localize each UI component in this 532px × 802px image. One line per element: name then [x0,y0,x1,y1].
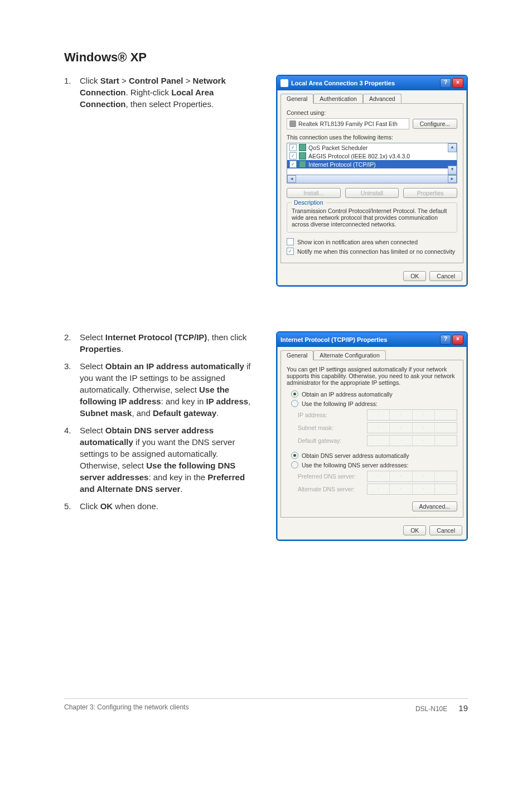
use-ip-label: Use the following IP address: [302,400,378,407]
step-num: 2. [64,331,80,355]
protocol-icon [299,161,306,168]
heading-text: Windows® XP [64,50,147,64]
items-listbox[interactable]: ✓QoS Packet Scheduler ✓AEGIS Protocol (I… [287,143,457,175]
page-footer: Chapter 3: Configuring the network clien… [64,698,468,713]
tab-body: Connect using: Realtek RTL8139 Family PC… [280,103,463,263]
checkbox-show-icon[interactable]: ✓ [287,238,294,245]
dialog-footer: OK Cancel [277,521,467,540]
step-text: Select Internet Protocol (TCP/IP), then … [80,331,259,355]
protocol-icon [299,152,306,160]
description-legend: Description [292,199,326,206]
tab-advanced[interactable]: Advanced [363,94,402,103]
window-title: Internet Protocol (TCP/IP) Properties [280,336,387,343]
step-5: 5. Click OK when done. [64,500,259,512]
titlebar: Local Area Connection 3 Properties ? × [277,76,467,90]
page-title: Windows® XP [64,50,468,65]
footer-model: DSL-N10E [415,705,447,713]
dialog-footer: OK Cancel [277,267,467,286]
help-button[interactable]: ? [440,78,451,88]
scroll-up-icon[interactable]: ▲ [448,143,457,152]
footer-right: DSL-N10E 19 [415,703,468,713]
obtain-dns-label: Obtain DNS server address automatically [302,452,409,459]
ip-address-row: IP address: ... [298,409,457,421]
description-text: Transmission Control Protocol/Internet P… [292,207,452,228]
radio-use-ip[interactable] [291,400,298,407]
tab-general[interactable]: General [280,350,313,360]
radio-use-dns[interactable] [291,461,298,468]
tab-general[interactable]: General [280,94,313,104]
uninstall-button[interactable]: Uninstall [345,188,399,198]
horizontal-scrollbar[interactable]: ◄ ► [287,175,457,183]
step-1: 1. Click Start > Control Panel > Network… [64,75,259,110]
connect-using-label: Connect using: [287,109,457,116]
checkbox-notify[interactable]: ✓ [287,248,294,255]
step-4: 4. Select Obtain DNS server address auto… [64,424,259,495]
step-text: Click Start > Control Panel > Network Co… [80,75,259,110]
ok-button[interactable]: OK [403,271,426,281]
gateway-field: ... [367,435,457,446]
protocol-icon [299,144,306,151]
gateway-label: Default gateway: [298,437,341,444]
notify-label: Notify me when this connection has limit… [297,248,455,255]
radio-obtain-dns[interactable] [291,452,298,459]
close-button[interactable]: × [452,335,463,345]
scroll-down-icon[interactable]: ▼ [448,166,457,175]
radio-obtain-ip[interactable] [291,390,298,398]
adapter-name: Realtek RTL8139 Family PCI Fast Eth [298,120,398,127]
list-item-selected[interactable]: ✓Internet Protocol (TCP/IP) [287,160,457,168]
subnet-label: Subnet mask: [298,424,333,431]
configure-button[interactable]: Configure... [413,119,457,129]
tab-alternate[interactable]: Alternate Configuration [313,350,385,360]
step-2: 2. Select Internet Protocol (TCP/IP), th… [64,331,259,355]
ok-button[interactable]: OK [403,525,426,535]
subnet-row: Subnet mask: ... [298,422,457,433]
close-button[interactable]: × [452,78,463,88]
window-icon [280,79,288,87]
tabs: General Alternate Configuration [277,347,467,360]
subnet-field: ... [367,422,457,433]
intro-text: You can get IP settings assigned automat… [287,366,457,386]
cancel-button[interactable]: Cancel [429,525,462,535]
step-num: 1. [64,75,80,110]
step-num: 5. [64,500,80,512]
step-3: 3. Select Obtain an IP address automatic… [64,360,259,419]
adapter-icon [289,120,296,127]
checkbox-icon[interactable]: ✓ [289,144,297,151]
step-text: Click OK when done. [80,500,259,512]
ip-address-label: IP address: [298,412,327,418]
pref-dns-row: Preferred DNS server: ... [298,471,457,482]
lan-properties-dialog: Local Area Connection 3 Properties ? × G… [276,75,468,287]
list-item[interactable]: ✓QoS Packet Scheduler [287,143,457,152]
cancel-button[interactable]: Cancel [429,271,462,281]
pref-dns-field: ... [367,471,457,482]
tabs: General Authentication Advanced [277,90,467,103]
checkbox-icon[interactable]: ✓ [289,152,297,160]
description-group: Description Transmission Control Protoco… [287,202,457,233]
list-item[interactable]: ✓AEGIS Protocol (IEEE 802.1x) v3.4.3.0 [287,152,457,160]
checkbox-icon[interactable]: ✓ [289,161,297,168]
uses-items-label: This connection uses the following items… [287,134,457,141]
window-title: Local Area Connection 3 Properties [291,80,395,86]
advanced-button[interactable]: Advanced... [412,501,457,511]
step-num: 4. [64,424,80,495]
step-text: Select Obtain an IP address automaticall… [80,360,259,419]
properties-button[interactable]: Properties [403,188,457,198]
step-num: 3. [64,360,80,419]
use-dns-label: Use the following DNS server addresses: [302,462,408,468]
footer-chapter: Chapter 3: Configuring the network clien… [64,703,188,713]
titlebar: Internet Protocol (TCP/IP) Properties ? … [277,332,467,347]
gateway-row: Default gateway: ... [298,435,457,446]
tcpip-properties-dialog: Internet Protocol (TCP/IP) Properties ? … [276,331,468,541]
alt-dns-row: Alternate DNS server: ... [298,484,457,495]
help-button[interactable]: ? [440,335,451,345]
tab-body: You can get IP settings assigned automat… [280,360,463,518]
pref-dns-label: Preferred DNS server: [298,473,356,480]
scroll-left-icon[interactable]: ◄ [287,175,296,183]
tab-authentication[interactable]: Authentication [313,94,363,103]
scroll-right-icon[interactable]: ► [448,175,457,183]
adapter-field: Realtek RTL8139 Family PCI Fast Eth [287,118,409,129]
install-button[interactable]: Install... [287,188,341,198]
show-icon-label: Show icon in notification area when conn… [297,239,418,245]
alt-dns-label: Alternate DNS server: [298,486,355,492]
footer-page: 19 [458,703,468,713]
